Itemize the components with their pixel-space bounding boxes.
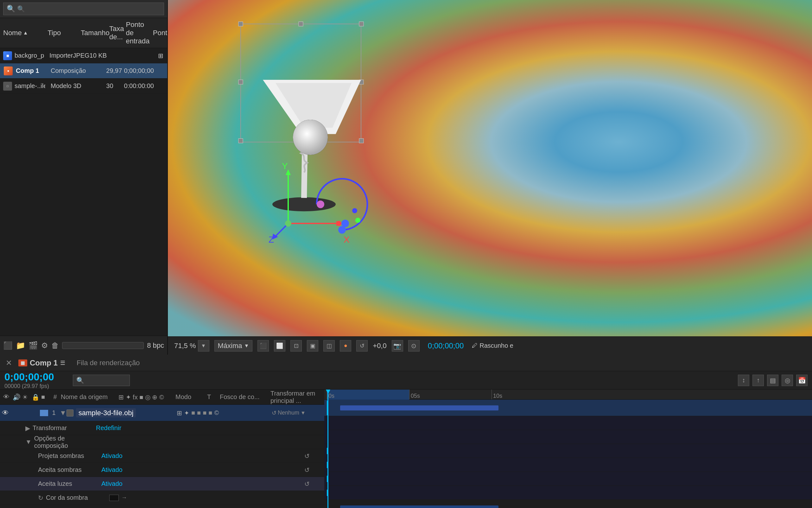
comp-tab-icon: ■ — [18, 359, 27, 367]
table-row[interactable]: □ sample-..ile.obj Modelo 3D 30 0:00:00:… — [0, 79, 167, 94]
file-icon-comp: ■ — [3, 66, 13, 76]
transform-value[interactable]: Redefinir — [96, 424, 121, 432]
new-comp-icon[interactable]: ⬛ — [3, 341, 13, 350]
viewer-canvas: X Y Z — [168, 0, 812, 319]
layer-switches-row: ⊞ ✦ ■ ■ ■ ■ © — [177, 409, 227, 417]
sub-row-transform[interactable]: ▶ Transformar Redefinir — [0, 421, 324, 435]
aceita-luzes-loop-icon: ↺ — [304, 480, 310, 488]
layer-sw-6[interactable]: ■ — [208, 409, 212, 417]
zoom-value: 71,5 % — [174, 342, 196, 350]
comp-tab-menu-icon: ☰ — [60, 359, 65, 367]
layer-sw-7[interactable]: © — [214, 409, 219, 417]
sub-row-cor-sombra: ↻ Cor da sombra → — [0, 491, 324, 505]
color-channels-btn[interactable]: ● — [340, 340, 351, 351]
table-row[interactable]: ■ Comp 1 Composição 29,97 0;00;00;00 — [0, 64, 167, 79]
col-taxa-header: Taxa de... — [109, 25, 126, 41]
comp-tab-label: Comp 1 — [30, 358, 58, 367]
layer-sw-5[interactable]: ■ — [203, 409, 207, 417]
tl-search-icon: 🔍 — [76, 377, 84, 384]
tl-tool-1[interactable]: ↕ — [738, 375, 749, 386]
lamp-base — [272, 197, 336, 211]
project-panel: 🔍 🔍 Nome ▲ Tipo Tamanho Taxa de... Ponto… — [0, 0, 168, 355]
folder-icon[interactable]: 📁 — [16, 341, 25, 350]
aceita-luzes-value[interactable]: Ativado — [101, 480, 123, 488]
y-label: Y — [282, 161, 288, 171]
layer-sw-4[interactable]: ■ — [197, 409, 201, 417]
timeline-timecode[interactable]: 0;00;00;00 — [4, 371, 61, 383]
eye-switch[interactable]: 👁 — [2, 409, 11, 417]
sel-handle-bl — [239, 138, 243, 143]
shadow-color-swatch[interactable] — [109, 495, 119, 501]
ruler-marks-container: 0s 05s 10s — [324, 389, 574, 399]
file-type: Modelo 3D — [51, 82, 86, 90]
tl-tool-5[interactable]: 📅 — [796, 375, 808, 386]
quality-select[interactable]: Máxima ▼ — [214, 340, 253, 351]
project-search-input[interactable]: 🔍 🔍 — [3, 3, 164, 15]
model3d-icon: □ — [3, 82, 12, 91]
snap-btn[interactable]: ⊙ — [408, 340, 420, 351]
timeline-tab-header: ✕ ■ Comp 1 ☰ Fila de renderização — [0, 355, 812, 371]
sel-handle-tc — [299, 22, 303, 26]
sel-handle-tr — [359, 22, 364, 26]
comp-tab[interactable]: ■ Comp 1 ☰ — [18, 358, 65, 367]
ruler-mark-0s: 0s — [327, 389, 409, 399]
footage-icon[interactable]: 🎬 — [29, 341, 38, 350]
rot-handle-3 — [338, 226, 346, 234]
file-icon-3d: □ — [3, 81, 12, 91]
tl-sub-aceita-sombras — [324, 458, 812, 472]
lock-col: 🔒 — [32, 393, 41, 401]
table-row[interactable]: ▩ backgro_peg.jpg ImporterJPEG 10 KB ⊞ — [0, 48, 167, 64]
view-btn-5[interactable]: ◫ — [323, 340, 335, 351]
layer-num: 1 — [48, 409, 59, 417]
file-type: Composição — [51, 67, 86, 75]
delete-icon[interactable]: 🗑 — [51, 341, 59, 350]
draft-label: 🖊 Rascunho e — [472, 342, 513, 349]
fosc-dropdown[interactable]: ▼ — [301, 410, 306, 416]
view-btn-1[interactable]: ⬛ — [257, 340, 269, 351]
tl-sub-cor-sombra — [324, 486, 812, 500]
nome-label: Nome — [3, 29, 22, 37]
projeta-label: Projeta sombras — [38, 452, 101, 460]
search-input-text[interactable]: 🔍 — [17, 5, 25, 13]
layer-row[interactable]: 👁 2 ▶ background.jpeg.jpg ⊞ — [0, 505, 324, 508]
layer-row[interactable]: 👁 1 ▼ sample-3d-file.obj ⊞ — [0, 405, 324, 421]
cor-sombra-label: Cor da sombra — [46, 494, 109, 501]
tl-search-block: 🔍 — [73, 375, 726, 386]
expand-icon: ▼ — [25, 438, 32, 446]
aceita-sombras-label: Aceita sombras — [38, 466, 101, 473]
fosc-none: Nenhum — [278, 410, 299, 416]
layer-sw-1[interactable]: ⊞ — [177, 409, 182, 417]
sub-row-comp-options[interactable]: ▼ Opções de composição — [0, 435, 324, 449]
color-depth-bar — [62, 342, 144, 349]
project-file-list: ▩ backgro_peg.jpg ImporterJPEG 10 KB ⊞ — [0, 48, 167, 336]
settings-icon[interactable]: ⚙ — [41, 341, 48, 350]
layer-label-color — [40, 410, 48, 416]
tl-tool-3[interactable]: ▤ — [767, 375, 778, 386]
project-table-header: Nome ▲ Tipo Tamanho Taxa de... Ponto de … — [0, 18, 167, 48]
tl-tool-4[interactable]: ◎ — [782, 375, 793, 386]
zoom-dropdown-btn[interactable]: ▼ — [198, 340, 209, 351]
tl-layer-row-2 — [324, 500, 812, 508]
close-timeline-btn[interactable]: ✕ — [4, 358, 13, 367]
reset-btn[interactable]: ↺ — [356, 340, 368, 351]
view-btn-3[interactable]: ⊡ — [290, 340, 302, 351]
tl-tool-2[interactable]: ↑ — [753, 375, 764, 386]
view-btn-2[interactable]: ⬜ — [274, 340, 285, 351]
audio-col: 🔊 — [13, 393, 22, 401]
name-col: Nome da origem — [61, 393, 119, 400]
camera-btn[interactable]: 📷 — [392, 340, 403, 351]
file-name: Comp 1 — [16, 67, 39, 75]
aceita-sombras-value[interactable]: Ativado — [101, 466, 123, 473]
t-col: T — [207, 393, 220, 400]
layer-sw-2[interactable]: ✦ — [184, 409, 189, 417]
projeta-value[interactable]: Ativado — [101, 452, 123, 460]
view-btn-4[interactable]: ▣ — [307, 340, 318, 351]
z-label: Z — [268, 235, 274, 245]
layer-name-field[interactable]: sample-3d-file.obj — [74, 409, 177, 417]
timeline-ruler: 0s 05s 10s — [324, 389, 812, 400]
timeline-search[interactable]: 🔍 — [73, 375, 130, 386]
switches-col: ⊞ ✦ fx ■ ◎ ⊕ © — [119, 393, 175, 401]
layer-expand-arrow[interactable]: ▼ — [59, 409, 67, 417]
tl-tool-buttons: ↕ ↑ ▤ ◎ 📅 — [738, 375, 808, 386]
layer-sw-3[interactable]: ■ — [191, 409, 195, 417]
